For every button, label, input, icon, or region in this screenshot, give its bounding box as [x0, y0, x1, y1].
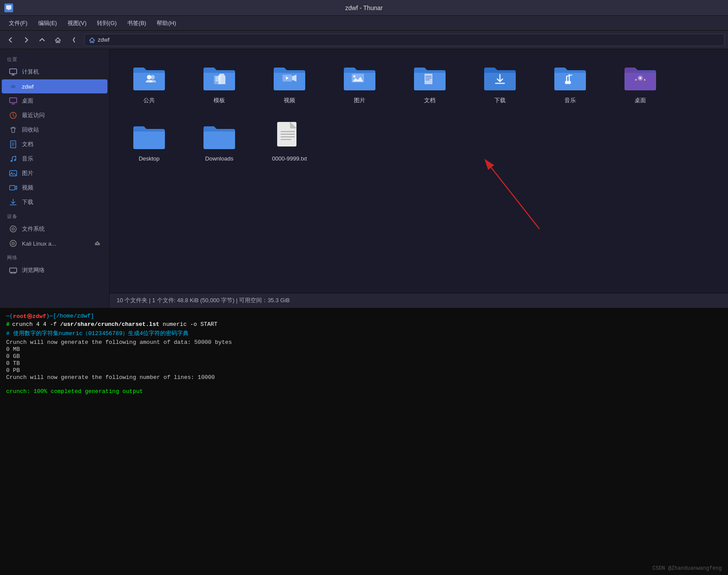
sidebar-label-zdwf: zdwf	[22, 83, 34, 90]
sidebar-item-computer[interactable]: 计算机	[2, 65, 107, 79]
sidebar-label-video: 视频	[22, 184, 33, 192]
file-item-tupian[interactable]: 图片	[329, 58, 390, 108]
svg-rect-5	[10, 98, 17, 103]
file-label-tupian: 图片	[354, 96, 365, 104]
network-icon	[9, 266, 18, 275]
menu-view[interactable]: 视图(V)	[63, 18, 91, 29]
computer-icon	[9, 68, 18, 76]
svg-point-9	[14, 159, 16, 161]
statusbar: 10 个文件夹 | 1 个文件: 48.8 KiB (50,000 字节) | …	[110, 293, 728, 308]
term-cwd: /home/zdwf	[56, 313, 90, 319]
file-label-downloads-en: Downloads	[205, 155, 233, 162]
svg-rect-2	[10, 69, 17, 74]
terminal-output-7: crunch: 100% completed generating output	[6, 388, 722, 395]
terminal-comment: # 使用数字的字符集numeric（0123456789）生成4位字符的密码字典	[6, 329, 722, 337]
folder-icon-wendang	[412, 61, 447, 93]
folder-icon-zhuomian	[623, 61, 658, 93]
terminal-output-4: 0 PB	[6, 367, 722, 374]
terminal-output-1: 0 MB	[6, 346, 722, 353]
file-area-wrapper: 公共 模板 视频	[110, 49, 728, 308]
window-title: zdwf - Thunar	[345, 4, 382, 11]
svg-rect-4	[11, 85, 15, 88]
menu-help[interactable]: 帮助(H)	[152, 18, 180, 29]
term-hash: #	[6, 321, 10, 328]
main-area: 位置 计算机 zdwf 桌面 最近访问	[0, 49, 728, 308]
file-label-txtfile: 0000-9999.txt	[272, 155, 307, 162]
app-icon	[4, 4, 13, 12]
toolbar: zdwf	[0, 31, 728, 49]
svg-line-40	[491, 168, 539, 229]
sidebar-label-docs: 文档	[22, 140, 33, 148]
forward-button[interactable]	[19, 33, 33, 47]
sidebar-item-zdwf[interactable]: zdwf	[2, 79, 107, 93]
terminal-output-0: Crunch will now generate the following a…	[6, 339, 722, 346]
terminal[interactable]: ─(root㉿zdwf)─[/home/zdwf] # crunch 4 4 -…	[0, 308, 728, 575]
sidebar-item-recent[interactable]: 最近访问	[2, 108, 107, 122]
file-item-xiazai[interactable]: 下载	[469, 58, 531, 108]
sidebar-label-recent: 最近访问	[22, 111, 45, 119]
sidebar-item-desktop[interactable]: 桌面	[2, 94, 107, 108]
menu-edit[interactable]: 编辑(E)	[34, 18, 61, 29]
sidebar-item-network[interactable]: 浏览网络	[2, 263, 107, 277]
sidebar-item-docs[interactable]: 文档	[2, 137, 107, 151]
recent-icon	[9, 111, 18, 120]
sidebar-item-download[interactable]: 下载	[2, 195, 107, 209]
menu-file[interactable]: 文件(F)	[4, 18, 32, 29]
sidebar-item-pics[interactable]: 图片	[2, 166, 107, 180]
sidebar-item-video[interactable]: 视频	[2, 181, 107, 195]
svg-point-32	[635, 79, 637, 81]
sidebar-toggle-button[interactable]	[67, 33, 81, 47]
titlebar: zdwf - Thunar	[0, 0, 728, 16]
kali-icon	[9, 239, 18, 248]
term-user: root㉿zdwf	[13, 312, 46, 320]
folder-icon-desktop-en	[132, 120, 167, 152]
svg-rect-0	[6, 5, 11, 9]
term-bracket-end: ]	[90, 313, 94, 319]
filesystem-icon	[9, 225, 18, 233]
section-label-places: 位置	[0, 53, 109, 64]
docs-icon	[9, 140, 18, 149]
sidebar-item-music[interactable]: 音乐	[2, 152, 107, 166]
term-dash-left: ─(	[6, 313, 13, 319]
path-bar[interactable]: zdwf	[84, 34, 724, 46]
folder-icon-tupian	[342, 61, 377, 93]
sidebar-item-kali[interactable]: Kali Linux a...	[2, 236, 107, 250]
back-button[interactable]	[4, 33, 18, 47]
statusbar-text: 10 个文件夹 | 1 个文件: 48.8 KiB (50,000 字节) | …	[117, 296, 290, 304]
svg-point-26	[353, 75, 356, 78]
sidebar-item-trash[interactable]: 回收站	[2, 123, 107, 137]
terminal-command-line: # crunch 4 4 -f /usr/share/crunch/charse…	[6, 321, 722, 328]
file-item-gongong[interactable]: 公共	[118, 58, 180, 108]
file-item-txtfile[interactable]: 0000-9999.txt	[259, 117, 320, 165]
folder-icon-xiazai	[482, 61, 517, 93]
sidebar-label-kali: Kali Linux a...	[22, 240, 56, 247]
trash-icon	[9, 125, 18, 134]
section-label-devices: 设备	[0, 210, 109, 221]
svg-point-22	[150, 75, 155, 79]
menu-bookmarks[interactable]: 书签(B)	[123, 18, 150, 29]
term-dash-right: )─[	[46, 313, 56, 319]
sidebar-item-filesystem[interactable]: 文件系统	[2, 222, 107, 236]
file-item-downloads-en[interactable]: Downloads	[189, 117, 250, 165]
download-icon	[9, 198, 18, 207]
eject-icon[interactable]	[94, 240, 100, 246]
file-item-desktop-en[interactable]: Desktop	[118, 117, 180, 165]
file-label-desktop-en: Desktop	[139, 155, 160, 162]
file-label-zhuomian: 桌面	[635, 96, 646, 104]
home-button[interactable]	[51, 33, 65, 47]
up-button[interactable]	[35, 33, 49, 47]
term-cmd-crunch: crunch 4 4 -f /usr/share/crunch/charset.…	[12, 321, 218, 328]
file-label-yinyue: 音乐	[564, 96, 576, 104]
menu-goto[interactable]: 转到(G)	[93, 18, 121, 29]
file-item-yinyue[interactable]: 音乐	[539, 58, 601, 108]
terminal-output-6	[6, 381, 722, 388]
file-item-shipin[interactable]: 视频	[259, 58, 320, 108]
file-item-moban[interactable]: 模板	[189, 58, 250, 108]
terminal-output-5: Crunch will now generate the following n…	[6, 374, 722, 381]
file-item-wendang[interactable]: 文档	[399, 58, 460, 108]
sidebar-label-trash: 回收站	[22, 126, 39, 134]
sidebar-label-computer: 计算机	[22, 68, 39, 76]
svg-point-28	[567, 81, 571, 84]
sidebar-label-filesystem: 文件系统	[22, 225, 45, 233]
file-item-zhuomian[interactable]: 桌面	[610, 58, 671, 108]
